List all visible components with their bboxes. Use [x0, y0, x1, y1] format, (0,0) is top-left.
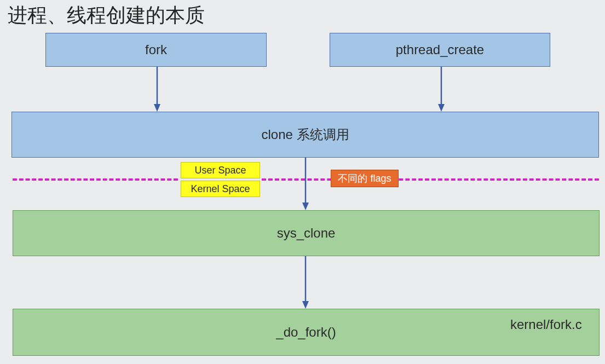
arrow-fork-to-clone	[154, 67, 160, 112]
badge-kernel-space: Kernel Space	[181, 181, 260, 197]
svg-marker-5	[302, 203, 309, 210]
svg-marker-1	[154, 104, 160, 112]
svg-marker-7	[302, 301, 309, 309]
arrow-clone-to-sysclone	[302, 158, 309, 210]
box-pthread-create-label: pthread_create	[396, 42, 484, 57]
badge-flags: 不同的 flags	[331, 170, 399, 187]
arrow-pthread-to-clone	[438, 67, 445, 112]
user-kernel-divider-right	[262, 178, 599, 181]
box-do-fork: _do_fork()	[13, 309, 600, 356]
box-fork-label: fork	[145, 42, 167, 57]
user-kernel-divider-left	[13, 178, 178, 181]
box-sys-clone-label: sys_clone	[277, 226, 336, 241]
box-do-fork-label: _do_fork()	[276, 325, 336, 340]
diagram-canvas: 进程、线程创建的本质 fork pthread_create clone 系统调…	[0, 0, 605, 364]
badge-user-space-label: User Space	[194, 165, 246, 176]
badge-user-space: User Space	[181, 162, 260, 178]
note-kernel-file: kernel/fork.c	[510, 317, 582, 332]
arrow-sysclone-to-dofork	[302, 256, 309, 309]
box-clone-label: clone 系统调用	[261, 126, 349, 143]
svg-marker-3	[438, 104, 445, 112]
badge-kernel-space-label: Kernel Space	[191, 183, 250, 195]
box-fork: fork	[45, 33, 267, 67]
box-clone: clone 系统调用	[11, 112, 599, 158]
diagram-title: 进程、线程创建的本质	[8, 2, 205, 29]
box-pthread-create: pthread_create	[330, 33, 550, 67]
box-sys-clone: sys_clone	[13, 210, 600, 256]
badge-flags-label: 不同的 flags	[338, 172, 391, 185]
